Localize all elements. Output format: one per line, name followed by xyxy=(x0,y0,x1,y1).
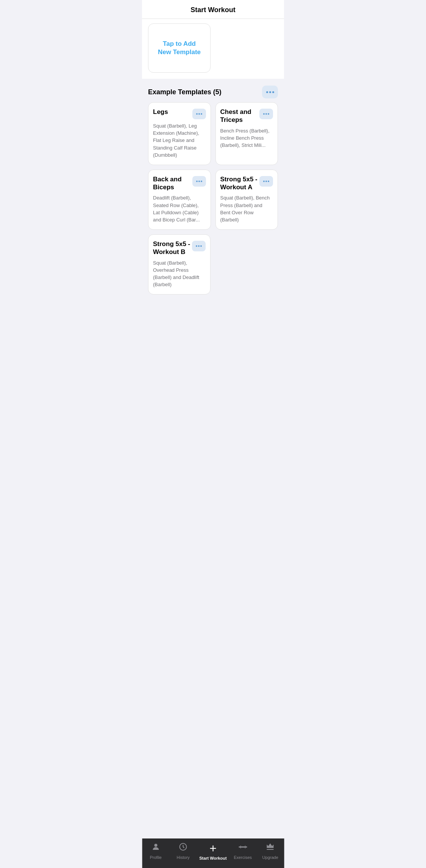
card-header-5x5b: Strong 5x5 - Workout B xyxy=(153,240,206,256)
template-title-5x5b: Strong 5x5 - Workout B xyxy=(153,240,192,256)
template-desc-5x5b: Squat (Barbell), Overhead Press (Barbell… xyxy=(153,260,199,288)
example-templates-more-button[interactable] xyxy=(262,86,278,98)
template-title-back: Back and Biceps xyxy=(153,175,192,192)
template-title-legs: Legs xyxy=(153,108,192,116)
scroll-content: Tap to AddNew Template Example Templates… xyxy=(142,19,284,325)
legs-more-button[interactable] xyxy=(192,109,206,119)
example-templates-title: Example Templates (5) xyxy=(148,88,222,96)
card-header-chest: Chest and Triceps xyxy=(220,108,273,124)
app-header: Start Workout xyxy=(142,0,284,19)
template-card-strong5x5b[interactable]: Strong 5x5 - Workout B Squat (Barbell), … xyxy=(148,234,211,295)
dot-2 xyxy=(269,91,271,93)
example-templates-section-header: Example Templates (5) xyxy=(142,79,284,102)
add-template-label: Tap to AddNew Template xyxy=(158,40,201,56)
add-template-card[interactable]: Tap to AddNew Template xyxy=(148,23,211,73)
template-title-5x5a: Strong 5x5 - Workout A xyxy=(220,175,260,192)
page-title: Start Workout xyxy=(190,6,236,14)
dot-3 xyxy=(272,91,274,93)
card-header-5x5a: Strong 5x5 - Workout A xyxy=(220,175,273,192)
5x5b-more-button[interactable] xyxy=(192,241,206,251)
5x5a-more-button[interactable] xyxy=(259,176,273,187)
template-grid-single: Strong 5x5 - Workout B Squat (Barbell), … xyxy=(142,234,284,295)
template-card-strong5x5a[interactable]: Strong 5x5 - Workout A Squat (Barbell), … xyxy=(215,170,278,230)
card-header-back: Back and Biceps xyxy=(153,175,206,192)
template-desc-5x5a: Squat (Barbell), Bench Press (Barbell) a… xyxy=(220,195,270,223)
dot-1 xyxy=(266,91,268,93)
template-desc-chest: Bench Press (Barbell), Incline Bench Pre… xyxy=(220,128,270,148)
template-title-chest: Chest and Triceps xyxy=(220,108,260,124)
template-desc-legs: Squat (Barbell), Leg Extension (Machine)… xyxy=(153,123,199,158)
card-header-legs: Legs xyxy=(153,108,206,119)
template-card-back-biceps[interactable]: Back and Biceps Deadlift (Barbell), Seat… xyxy=(148,170,211,230)
chest-more-button[interactable] xyxy=(259,109,273,119)
template-card-legs[interactable]: Legs Squat (Barbell), Leg Extension (Mac… xyxy=(148,102,211,165)
template-card-chest-triceps[interactable]: Chest and Triceps Bench Press (Barbell),… xyxy=(215,102,278,165)
template-desc-back: Deadlift (Barbell), Seated Row (Cable), … xyxy=(153,195,200,223)
template-grid-row-1: Legs Squat (Barbell), Leg Extension (Mac… xyxy=(142,102,284,165)
back-more-button[interactable] xyxy=(192,176,206,187)
template-grid-row-2: Back and Biceps Deadlift (Barbell), Seat… xyxy=(142,170,284,230)
add-template-section: Tap to AddNew Template xyxy=(142,19,284,79)
